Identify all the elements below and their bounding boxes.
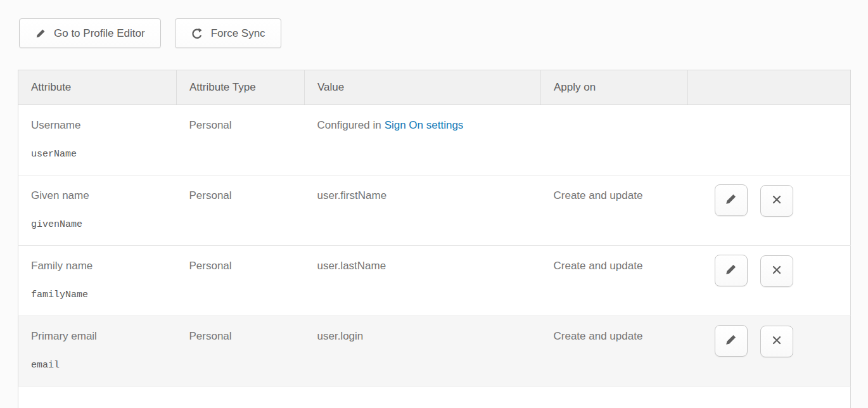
edit-attribute-button[interactable] (715, 184, 748, 216)
delete-attribute-button[interactable] (760, 255, 793, 287)
go-to-profile-editor-button[interactable]: Go to Profile Editor (19, 18, 161, 48)
attribute-name: userName (31, 149, 164, 160)
delete-attribute-button[interactable] (760, 326, 793, 357)
attribute-label: Family name (31, 259, 164, 273)
header-value: Value (305, 70, 541, 105)
table-row: Given name givenName Personal user.first… (18, 175, 851, 246)
sign-on-settings-link[interactable]: Sign On settings (385, 119, 464, 131)
table-row: Username userName Personal Configured in… (18, 105, 851, 175)
attribute-name: givenName (31, 219, 164, 230)
row-actions (715, 267, 793, 278)
pencil-icon (35, 28, 46, 39)
sync-icon (191, 27, 203, 40)
attribute-name: email (31, 360, 164, 371)
attribute-value-text: user.lastName (317, 260, 386, 272)
attribute-label: Username (31, 118, 164, 132)
row-actions (715, 338, 793, 348)
row-actions (715, 197, 793, 208)
table-row-partial (18, 386, 851, 408)
attribute-value-text: user.login (317, 330, 364, 342)
attribute-mappings-table: Attribute Attribute Type Value Apply on … (18, 70, 851, 408)
header-actions (688, 70, 851, 105)
table-row: Primary email email Personal user.login … (18, 316, 851, 386)
attribute-type: Personal (189, 330, 232, 342)
attribute-type: Personal (189, 260, 232, 272)
apply-on-value: Create and update (554, 189, 643, 201)
attribute-label: Given name (31, 189, 164, 203)
edit-attribute-button[interactable] (715, 325, 748, 357)
close-icon (770, 264, 783, 278)
attribute-value-text: Configured in (317, 119, 381, 131)
attribute-label: Primary email (31, 329, 164, 343)
delete-attribute-button[interactable] (760, 185, 793, 217)
force-sync-label: Force Sync (211, 27, 265, 40)
table-header: Attribute Attribute Type Value Apply on (18, 70, 851, 105)
table-row: Family name familyName Personal user.las… (18, 246, 851, 316)
pencil-icon (724, 193, 737, 208)
close-icon (770, 193, 783, 208)
toolbar: Go to Profile Editor Force Sync (19, 18, 281, 48)
apply-on-value: Create and update (554, 260, 643, 272)
header-apply-on: Apply on (541, 70, 688, 105)
table-body: Username userName Personal Configured in… (18, 105, 851, 408)
go-to-profile-editor-label: Go to Profile Editor (54, 27, 145, 40)
apply-on-value: Create and update (554, 330, 643, 342)
pencil-icon (724, 263, 737, 278)
force-sync-button[interactable]: Force Sync (175, 18, 281, 48)
attribute-value-text: user.firstName (317, 189, 387, 201)
pencil-icon (724, 333, 737, 348)
attribute-type: Personal (189, 189, 232, 201)
close-icon (770, 334, 783, 348)
edit-attribute-button[interactable] (715, 255, 748, 286)
header-attribute: Attribute (18, 70, 177, 105)
attribute-name: familyName (31, 290, 164, 300)
header-attribute-type: Attribute Type (177, 70, 305, 105)
attribute-type: Personal (189, 119, 232, 131)
